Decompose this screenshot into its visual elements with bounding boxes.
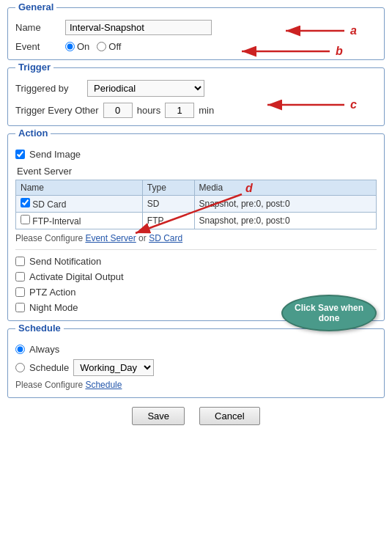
row1-name-cell: SD Card	[16, 196, 143, 213]
callout-text: Click Save when done	[283, 303, 375, 323]
sd-card-link[interactable]: SD Card	[149, 233, 182, 243]
event-on-label[interactable]: On	[65, 41, 89, 52]
event-off-text: Off	[108, 41, 121, 52]
button-row: Save Cancel	[7, 407, 385, 425]
general-section: General Name Event On Off	[7, 7, 385, 60]
action-title: Action	[15, 128, 51, 139]
table-row: FTP-Interval FTP Snapshot, pre:0, post:0	[16, 213, 377, 229]
callout-bubble: Click Save when done	[281, 295, 377, 331]
trigger-every-row: Trigger Every Other hours min	[15, 103, 377, 118]
col-name-header: Name	[16, 180, 143, 196]
night-mode-label: Night Mode	[29, 302, 78, 313]
configure-schedule-text: Please Configure Schedule	[15, 380, 377, 390]
event-server-label: Event Server	[17, 166, 377, 177]
send-notification-row: Send Notification	[15, 256, 377, 267]
triggered-by-row: Triggered by Periodical Motion Detection…	[15, 80, 377, 97]
activate-digital-output-label: Activate Digital Output	[29, 271, 124, 282]
ptz-action-label: PTZ Action	[29, 287, 76, 298]
schedule-select[interactable]: Working_Day Always Custom	[73, 359, 154, 376]
send-image-checkbox[interactable]	[15, 150, 25, 159]
send-notification-checkbox[interactable]	[15, 257, 25, 266]
name-row: Name	[15, 20, 377, 35]
always-radio[interactable]	[15, 345, 25, 354]
hours-label: hours	[137, 105, 161, 116]
configure-schedule-prefix: Please Configure	[15, 380, 85, 390]
event-on-radio[interactable]	[65, 42, 75, 51]
row2-checkbox[interactable]	[21, 215, 30, 224]
configure-or: or	[138, 233, 149, 243]
schedule-title: Schedule	[15, 323, 64, 334]
schedule-section: Schedule Always Schedule Working_Day Alw…	[7, 328, 385, 398]
event-server-link[interactable]: Event Server	[85, 233, 136, 243]
cancel-button[interactable]: Cancel	[199, 407, 259, 425]
row2-media-cell: Snapshot, pre:0, post:0	[194, 213, 376, 229]
save-button[interactable]: Save	[132, 407, 185, 425]
min-input[interactable]	[165, 103, 194, 118]
trigger-section: Trigger Triggered by Periodical Motion D…	[7, 67, 385, 126]
triggered-by-label: Triggered by	[15, 83, 81, 94]
row1-media-cell: Snapshot, pre:0, post:0	[194, 196, 376, 213]
event-off-label[interactable]: Off	[97, 41, 121, 52]
activate-digital-output-row: Activate Digital Output	[15, 271, 377, 282]
send-notification-label: Send Notification	[29, 256, 101, 267]
event-off-radio[interactable]	[97, 42, 106, 51]
event-row: Event On Off	[15, 41, 377, 52]
row1-type-cell: SD	[142, 196, 194, 213]
always-row: Always	[15, 344, 377, 355]
name-label: Name	[15, 22, 59, 33]
event-radio-group: On Off	[65, 41, 121, 52]
row2-name-cell: FTP-Interval	[16, 213, 143, 229]
schedule-label: Schedule	[29, 362, 69, 373]
schedule-select-row: Schedule Working_Day Always Custom	[15, 359, 377, 376]
schedule-radio[interactable]	[15, 363, 25, 372]
min-label: min	[199, 105, 214, 116]
activate-digital-output-checkbox[interactable]	[15, 272, 25, 281]
table-row: SD Card SD Snapshot, pre:0, post:0	[16, 196, 377, 213]
action-section: Action Send Image Event Server Name Type…	[7, 133, 385, 321]
trigger-every-label: Trigger Every Other	[15, 105, 99, 116]
name-input[interactable]	[65, 20, 212, 35]
general-title: General	[15, 1, 56, 12]
col-type-header: Type	[142, 180, 194, 196]
event-on-text: On	[77, 41, 89, 52]
schedule-link[interactable]: Schedule	[85, 380, 122, 390]
hours-input[interactable]	[103, 103, 133, 118]
event-server-table: Name Type Media SD Card SD Snapshot, pre…	[15, 180, 377, 229]
row1-name: SD Card	[32, 199, 66, 210]
triggered-by-select[interactable]: Periodical Motion Detection DI Manual	[87, 80, 204, 97]
event-label: Event	[15, 41, 59, 52]
send-image-label: Send Image	[29, 149, 81, 160]
trigger-title: Trigger	[15, 62, 53, 73]
always-label: Always	[29, 344, 59, 355]
configure-event-server-text: Please Configure Event Server or SD Card	[15, 233, 377, 243]
row1-checkbox[interactable]	[21, 198, 30, 207]
ptz-action-checkbox[interactable]	[15, 287, 25, 297]
configure-prefix: Please Configure	[15, 233, 85, 243]
col-media-header: Media	[194, 180, 376, 196]
night-mode-checkbox[interactable]	[15, 303, 25, 312]
row2-name: FTP-Interval	[32, 216, 81, 227]
send-image-row: Send Image	[15, 149, 377, 160]
row2-type-cell: FTP	[142, 213, 194, 229]
